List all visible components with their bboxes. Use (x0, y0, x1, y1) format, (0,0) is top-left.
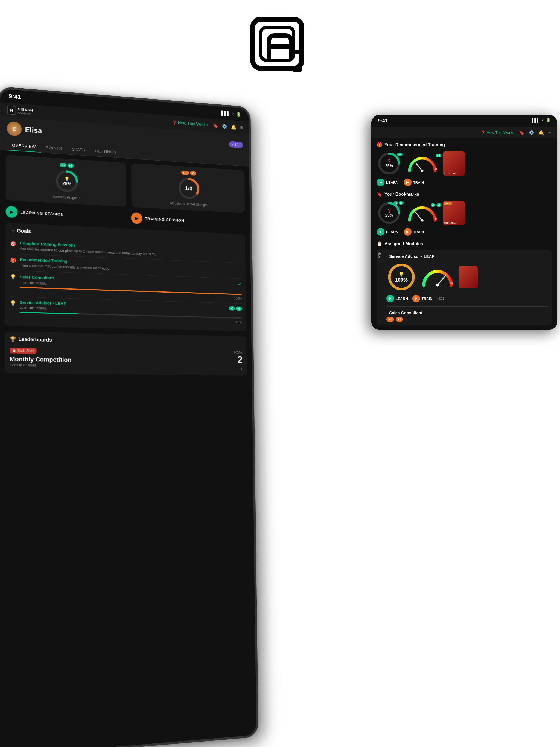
service-thumbnail (459, 266, 478, 288)
right-how-link[interactable]: ❓ How This Works (481, 130, 514, 135)
modules-fraction: 1/3 (185, 185, 193, 192)
sales-badge-2: ♦2 (396, 317, 403, 321)
bookmark-icon[interactable]: 🔖 (213, 123, 219, 129)
assigned-title: Assigned Modules (384, 241, 423, 247)
right-status-icons: ▌▌▌ ⌇ 🔋 (532, 118, 551, 124)
bm-train-icon: ▶ (404, 228, 411, 236)
tablet-frame: 9:41 ▌▌▌ ⌇ 🔋 N NISSAN Academy (0, 86, 258, 747)
status-icons: ▌▌▌ ⌇ 🔋 (222, 111, 241, 117)
right-signal-icon: ▌▌▌ (532, 118, 540, 124)
header-action-icons: 🔖 ⚙️ 🔔 ≡ (213, 123, 243, 131)
chevron-right-icon[interactable]: › (241, 366, 243, 371)
gauge-target-icon: 🎯 (434, 168, 437, 171)
rec-badges: ♦2 (397, 153, 403, 156)
ends-soon-badge: ⏰ Ends Soon (10, 348, 36, 354)
large-pct: 100% (395, 277, 408, 283)
rec-training-items: ❓ 25% ♦2 (377, 151, 552, 176)
goal-target-icon: 🎯 (10, 241, 17, 251)
rec-action-buttons: ▶ LEARN ▶ TRAIN (377, 179, 552, 186)
competition-info: ⏰ Ends Soon Monthly Competition Ends in … (9, 348, 71, 368)
module-badges: ♦15 ♦5 (181, 170, 196, 176)
brand-logo (250, 17, 310, 77)
tab-stats[interactable]: Stats (67, 144, 90, 156)
gauge-needle (416, 163, 422, 171)
training-session-button[interactable]: ▶ Training Session (131, 212, 245, 229)
nissan-logo-icon: N (7, 106, 16, 115)
assigned-header: 📋 Assigned Modules (377, 241, 552, 247)
bm-action-buttons: ▶ LEARN ▶ TRAIN (377, 228, 552, 236)
bookmarks-title: Your Bookmarks (384, 192, 419, 197)
gauge-badge-1: ♦5 (436, 154, 441, 157)
service-advisor-header: ◦ Service Advisor - LEAF (386, 254, 548, 259)
bm-arc (409, 208, 435, 221)
learning-session-button[interactable]: ▶ Learning Session (5, 206, 127, 223)
hide-tab[interactable]: Hide ◂ (377, 250, 383, 325)
right-bookmark-icon[interactable]: 🔖 (519, 130, 524, 135)
leaderboards-section: 🏆 Leaderboards ⏰ Ends Soon Monthly Compe… (5, 332, 247, 376)
status-time: 9:41 (9, 93, 21, 101)
learning-percent: 25% (62, 181, 71, 186)
bm-badge-1: ♦1 (393, 201, 399, 205)
bm-question-icon: ❓ (385, 209, 393, 213)
service-train-icon: ▶ (412, 295, 420, 302)
right-bell-icon[interactable]: 🔔 (538, 130, 544, 135)
rec-learn-button[interactable]: ▶ LEARN (377, 179, 399, 186)
bm-learn-icon: ▶ (377, 228, 384, 236)
orange-badge-2: ♦5 (190, 171, 196, 176)
bm-learn-button[interactable]: ▶ LEARN (377, 228, 399, 236)
main-content: ♦5 ♦5 💡 25% (0, 150, 252, 385)
rec-learn-icon: ▶ (377, 179, 384, 186)
bm-gauge: 🎯 ♦1 ♦1 (406, 203, 439, 223)
modules-divider (386, 306, 548, 307)
rec-training-icon: 🎁 (377, 142, 382, 147)
assigned-icon: 📋 (377, 241, 382, 247)
right-menu-icon[interactable]: ≡ (548, 130, 551, 135)
leaderboards-icon: 🏆 (10, 336, 16, 342)
module-bulb-icon-1: 💡 (10, 274, 16, 294)
how-bar: ❓ How This Works 🔖 ⚙️ 🔔 ≡ (172, 120, 243, 131)
logo-area (0, 0, 560, 87)
competition-sub: Ends in 8 Hours (9, 363, 71, 368)
tab-points[interactable]: Points (41, 142, 67, 154)
service-arc (424, 271, 451, 285)
rec-thumbnail: ZE1 LEAF (443, 151, 465, 176)
service-learn-button[interactable]: ▶ LEARN (386, 295, 408, 302)
how-this-works-link[interactable]: ❓ How This Works (172, 120, 208, 127)
rec-training-header: 🎁 Your Recommended Training (377, 142, 552, 147)
service-advisor-name: Service Advisor - LEAF (389, 254, 434, 259)
bell-icon[interactable]: 🔔 (231, 124, 236, 130)
bm-gauge-badge-2: ♦1 (436, 203, 441, 207)
right-content: 🎁 Your Recommended Training ❓ 25% (371, 138, 557, 330)
rec-train-button[interactable]: ▶ TRAIN (404, 179, 424, 186)
leaderboards-header: 🏆 Leaderboards (10, 336, 243, 346)
service-badge-2: ♦5 (236, 306, 242, 311)
bm-badge-2: ♦1 (399, 201, 404, 205)
assigned-modules-block: 📋 Assigned Modules Hide ◂ ◦ Service Advi… (377, 241, 552, 325)
username-label: Elisa (25, 125, 42, 135)
rec-training-block: 🎁 Your Recommended Training ❓ 25% (377, 142, 552, 186)
right-settings-icon[interactable]: ⚙️ (529, 130, 534, 135)
menu-icon[interactable]: ≡ (240, 125, 243, 130)
bm-center: ❓ 25% (385, 209, 393, 217)
leaderboards-title: Leaderboards (18, 336, 52, 343)
sales-consultant-header: ◦ Sales Consultant (386, 310, 548, 315)
module-service-badges: ♦5 ♦5 (229, 306, 242, 311)
tab-overview[interactable]: Overview (7, 140, 41, 153)
goals-section: ☰ Goals 🎯 Complete Training Sessions You… (5, 223, 246, 331)
service-target-icon: 🎯 (450, 281, 453, 285)
bm-train-button[interactable]: ▶ TRAIN (404, 228, 424, 236)
progress-center: 💡 25% (62, 176, 71, 186)
service-train-button[interactable]: ▶ TRAIN (412, 295, 433, 302)
settings-icon[interactable]: ⚙️ (222, 123, 228, 129)
goal-recommended-content: Recommended Training Train concepts that… (20, 257, 110, 271)
service-gauge-svg: 🎯 (420, 266, 455, 287)
bm-gauge-badges: ♦1 ♦1 (431, 203, 441, 207)
competition-title: Monthly Competition (10, 356, 72, 364)
service-train-label: TRAIN (422, 297, 433, 301)
bm-train-label: TRAIN (413, 230, 424, 234)
rank-display: Rank 2 › (234, 350, 243, 371)
bm-badges: ♦1 ♦1 (393, 201, 404, 205)
service-learn-label: LEARN (396, 297, 408, 301)
tab-settings[interactable]: Settings (90, 146, 121, 158)
rank-number: 2 (234, 354, 243, 366)
